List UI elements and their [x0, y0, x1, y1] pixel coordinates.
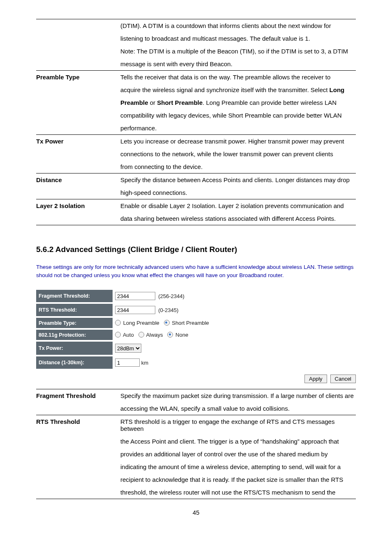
radio-protection-always-label: Always — [146, 332, 163, 338]
radio-long-preamble[interactable] — [115, 320, 121, 326]
distance-input[interactable] — [115, 358, 140, 367]
term — [36, 19, 120, 25]
desc-line: threshold, the wireless router will not … — [120, 486, 356, 499]
term-preamble-type: Preamble Type — [36, 71, 120, 83]
radio-protection-none[interactable] — [167, 332, 173, 338]
desc-line: RTS threshold is a trigger to engage the… — [120, 415, 356, 435]
label-80211g-protection: 802.11g Protection: — [36, 330, 113, 340]
term-tx-power: Tx Power — [36, 135, 120, 148]
desc-line: Specify the maximum packet size during t… — [120, 389, 356, 402]
desc-line: Tells the receiver that data is on the w… — [120, 71, 356, 83]
term-rts-threshold: RTS Threshold — [36, 415, 120, 428]
row-fragment-threshold: Fragment Threshold: (256-2344) — [36, 290, 212, 302]
term-fragment-threshold: Fragment Threshold — [36, 389, 120, 402]
row-distance: Distance (1-30km): km — [36, 356, 212, 369]
radio-short-preamble[interactable] — [164, 320, 170, 326]
cancel-button[interactable]: Cancel — [330, 375, 356, 383]
desc-line: provides an additional layer of control … — [120, 448, 356, 460]
desc-line: Enable or disable Layer 2 Isolation. Lay… — [120, 199, 356, 212]
desc-line: data sharing between wireless stations a… — [120, 212, 356, 225]
desc-line: compatibility with legacy devices, while… — [120, 109, 356, 122]
row-tx-power: Tx Power: 28dBm — [36, 342, 212, 355]
fragment-threshold-input[interactable] — [115, 292, 155, 300]
tx-power-select[interactable]: 28dBm — [115, 344, 141, 353]
desc-line: accessing the WLAN, specify a small valu… — [120, 402, 356, 415]
desc-line: connections to the network, while the lo… — [120, 148, 356, 160]
radio-protection-always[interactable] — [138, 332, 144, 338]
label-tx-power: Tx Power: — [36, 342, 113, 355]
desc-line: performance. — [120, 122, 356, 134]
radio-protection-auto-label: Auto — [123, 332, 134, 338]
definition-table-bottom: Fragment Threshold Specify the maximum p… — [36, 389, 356, 499]
desc-line: Lets you increase or decrease transmit p… — [120, 135, 356, 148]
button-row: ApplyCancel — [36, 375, 356, 383]
desc-line: indicating the amount of time a wireless… — [120, 460, 356, 473]
term-distance: Distance — [36, 173, 120, 186]
rts-threshold-input[interactable] — [115, 306, 155, 314]
radio-protection-auto[interactable] — [115, 332, 121, 338]
label-preamble-type: Preamble Type: — [36, 318, 113, 328]
definition-table-top: (DTIM). A DTIM is a countdown that infor… — [36, 19, 356, 225]
radio-short-preamble-label: Short Preamble — [172, 320, 209, 326]
fragment-threshold-range: (256-2344) — [158, 293, 184, 299]
radio-protection-none-label: None — [175, 332, 188, 338]
section-heading: 5.6.2 Advanced Settings (Client Bridge /… — [36, 245, 356, 254]
radio-long-preamble-label: Long Preamble — [123, 320, 159, 326]
desc-line: Specify the distance between Access Poin… — [120, 173, 356, 186]
label-distance: Distance (1-30km): — [36, 356, 113, 369]
desc-line: Preamble or Short Preamble. Long Preambl… — [120, 96, 356, 109]
desc-line: recipient to acknowledge that it is read… — [120, 473, 356, 486]
label-fragment-threshold: Fragment Threshold: — [36, 290, 113, 302]
apply-button[interactable]: Apply — [304, 375, 327, 383]
desc-line: message is sent with every third Beacon. — [120, 58, 356, 70]
desc-line: the Access Point and client. The trigger… — [120, 435, 356, 448]
desc-line: (DTIM). A DTIM is a countdown that infor… — [120, 19, 356, 32]
desc-line: from connecting to the device. — [120, 160, 356, 173]
settings-panel: Fragment Threshold: (256-2344) RTS Thres… — [36, 288, 212, 370]
desc-line: listening to broadcast and multicast mes… — [120, 32, 356, 45]
desc-line: acquire the wireless signal and synchron… — [120, 83, 356, 96]
row-80211g-protection: 802.11g Protection: Auto Always None — [36, 330, 212, 340]
row-preamble-type: Preamble Type: Long Preamble Short Pream… — [36, 318, 212, 328]
section-intro: These settings are only for more technic… — [36, 263, 356, 279]
desc-line: high-speed connections. — [120, 186, 356, 199]
label-rts-threshold: RTS Threshold: — [36, 304, 113, 316]
page-number: 45 — [36, 509, 356, 516]
row-rts-threshold: RTS Threshold: (0-2345) — [36, 304, 212, 316]
rts-threshold-range: (0-2345) — [158, 307, 178, 313]
desc-line: Note: The DTIM is a multiple of the Beac… — [120, 45, 356, 58]
distance-unit: km — [141, 360, 148, 366]
term-layer2: Layer 2 Isolation — [36, 199, 120, 212]
